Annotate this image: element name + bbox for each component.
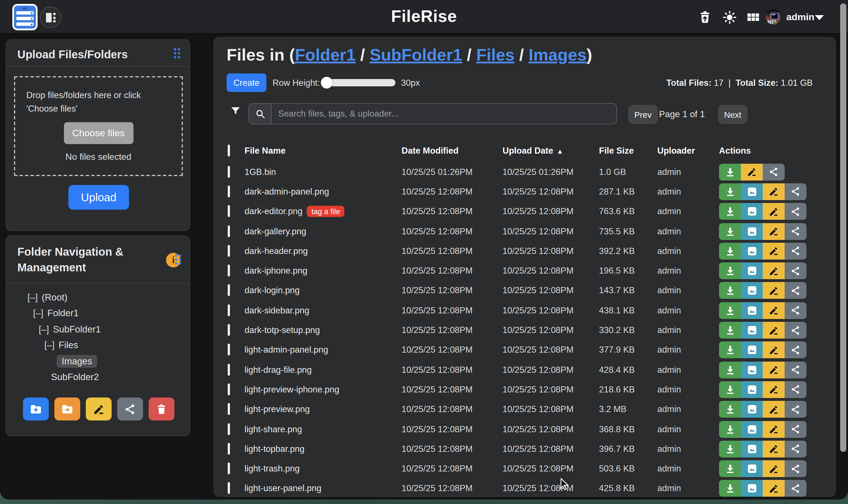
file-name[interactable]: dark-iphone.png [245,266,307,276]
download-button[interactable] [719,163,741,180]
row-checkbox[interactable] [228,285,230,296]
row-checkbox[interactable] [228,245,230,257]
edit-button[interactable] [763,243,784,259]
file-name[interactable]: light-drag-file.png [245,365,312,375]
prev-page-button[interactable]: Prev [628,105,658,124]
download-button[interactable] [719,263,741,279]
download-button[interactable] [719,381,741,398]
row-checkbox[interactable] [228,304,230,316]
upload-button[interactable]: Upload [68,185,129,210]
download-button[interactable] [719,282,741,299]
file-name[interactable]: dark-sidebar.png [245,305,309,316]
tree-node-label[interactable]: SubFolder2 [51,372,99,383]
share-button[interactable] [784,183,807,200]
tree-node-subfolder2[interactable]: SubFolder2 [6,369,190,385]
download-button[interactable] [719,401,741,418]
window-scrollbar[interactable] [840,3,846,452]
edit-button[interactable] [763,381,784,398]
preview-button[interactable] [741,421,763,437]
preview-button[interactable] [741,381,763,398]
choose-files-button[interactable]: Choose files [64,122,133,144]
row-checkbox[interactable] [228,265,230,276]
breadcrumb-link-subfolder1[interactable]: SubFolder1 [370,46,462,64]
preview-button[interactable] [741,282,763,299]
edit-button[interactable] [763,440,784,457]
drag-handle-icon[interactable] [174,48,181,59]
search-icon-button[interactable] [249,104,271,124]
edit-button[interactable] [763,421,784,437]
username-label[interactable]: admin [786,12,814,23]
col-file-name[interactable]: File Name [245,146,402,156]
file-name[interactable]: light-preview.png [245,404,310,414]
tree-node-folder1[interactable]: [–]Folder1 [6,305,190,321]
file-name[interactable]: light-admin-panel.png [245,345,328,355]
download-button[interactable] [719,440,741,457]
preview-button[interactable] [741,243,763,259]
edit-button[interactable] [763,282,784,299]
drag-handle-icon[interactable] [175,254,182,266]
row-checkbox[interactable] [228,344,230,356]
tree-node-label[interactable]: Files [59,340,78,351]
file-name[interactable]: dark-editor.png [245,206,303,216]
preview-button[interactable] [741,361,763,378]
tree-node-label[interactable]: (Root) [42,292,68,303]
download-button[interactable] [719,460,741,477]
file-name[interactable]: light-trash.png [245,464,300,474]
col-file-size[interactable]: File Size [599,146,657,156]
breadcrumb-link-folder1[interactable]: Folder1 [295,46,356,64]
edit-button[interactable] [763,223,784,240]
tree-node-label[interactable]: Folder1 [47,308,79,319]
preview-button[interactable] [741,322,763,339]
breadcrumb-link-images[interactable]: Images [529,46,587,64]
row-checkbox[interactable] [228,225,230,237]
download-button[interactable] [719,361,741,378]
preview-button[interactable] [741,460,763,477]
col-uploader[interactable]: Uploader [657,146,719,156]
filter-icon[interactable] [230,105,241,116]
share-button[interactable] [784,361,807,378]
share-button[interactable] [784,440,807,457]
download-button[interactable] [719,322,741,339]
create-folder-button[interactable] [23,397,49,420]
share-button[interactable] [784,263,807,279]
row-checkbox[interactable] [228,403,230,415]
edit-button[interactable] [763,322,784,339]
share-button[interactable] [784,243,807,259]
download-button[interactable] [719,223,741,240]
breadcrumb-link-files[interactable]: Files [476,46,515,64]
tree-node-label[interactable]: SubFolder1 [53,324,101,335]
rename-folder-button[interactable] [86,397,112,420]
share-button[interactable] [784,480,807,497]
file-name[interactable]: 1GB.bin [245,167,276,177]
preview-button[interactable] [741,183,763,200]
share-button[interactable] [784,322,807,339]
preview-button[interactable] [741,302,763,319]
download-button[interactable] [719,302,741,319]
share-button[interactable] [784,282,807,299]
preview-button[interactable] [741,263,763,279]
edit-button[interactable] [763,183,784,200]
row-checkbox[interactable] [228,205,230,217]
tree-node-root[interactable]: [–](Root) [6,289,190,305]
share-button[interactable] [784,203,807,220]
file-name[interactable]: light-share.png [245,424,302,434]
share-button[interactable] [784,381,807,398]
file-name[interactable]: light-user-panel.png [245,484,321,493]
search-input[interactable] [271,104,616,124]
download-button[interactable] [719,243,741,259]
row-checkbox[interactable] [228,383,230,395]
tree-collapse-toggle[interactable]: [–] [33,308,43,319]
preview-button[interactable] [741,203,763,220]
download-button[interactable] [719,183,741,200]
chevron-down-icon[interactable] [815,15,824,20]
move-folder-button[interactable] [54,397,80,420]
file-name[interactable]: dark-gallery.png [245,226,306,236]
create-button[interactable]: Create [227,73,266,92]
file-name[interactable]: dark-header.png [245,246,308,256]
preview-button[interactable] [741,401,763,418]
preview-button[interactable] [741,440,763,457]
download-button[interactable] [719,480,741,497]
share-button[interactable] [784,460,807,477]
tree-collapse-toggle[interactable]: [–] [39,324,49,335]
edit-button[interactable] [763,401,784,418]
